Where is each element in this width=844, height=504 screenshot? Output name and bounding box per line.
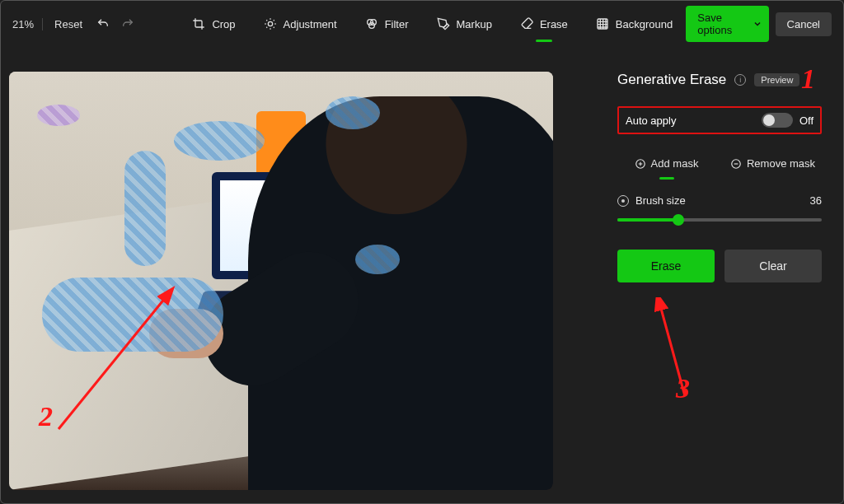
save-options-button[interactable]: Save options — [686, 6, 768, 42]
filter-icon — [365, 17, 378, 30]
clear-button[interactable]: Clear — [724, 250, 822, 282]
plus-circle-icon — [635, 158, 646, 170]
mask-stroke — [174, 121, 265, 161]
add-mask-tab[interactable]: Add mask — [617, 149, 715, 178]
redo-button[interactable] — [119, 12, 137, 35]
chevron-down-icon — [753, 19, 762, 29]
reset-button[interactable]: Reset — [49, 18, 87, 30]
minus-circle-icon — [730, 158, 742, 170]
info-icon[interactable]: i — [734, 74, 746, 86]
tool-adjustment[interactable]: Adjustment — [264, 17, 337, 30]
cancel-button[interactable]: Cancel — [776, 12, 832, 36]
tool-markup-label: Markup — [457, 18, 492, 30]
tool-filter[interactable]: Filter — [365, 17, 409, 30]
tool-erase[interactable]: Erase — [520, 17, 568, 30]
crop-icon — [192, 17, 205, 30]
tool-adjustment-label: Adjustment — [284, 18, 337, 30]
editor-toolbar: 21% Reset Crop Adjustment Filter Markup … — [1, 1, 843, 47]
tool-markup[interactable]: Markup — [437, 17, 492, 30]
tool-background-label: Background — [616, 18, 673, 30]
undo-button[interactable] — [94, 12, 112, 35]
mask-stroke — [355, 245, 400, 274]
background-icon — [596, 17, 609, 30]
svg-point-0 — [268, 21, 272, 26]
auto-apply-row: Auto apply Off — [617, 106, 822, 134]
adjustment-icon — [264, 17, 277, 30]
canvas-area — [1, 47, 596, 504]
remove-mask-label: Remove mask — [747, 157, 815, 170]
add-mask-label: Add mask — [651, 157, 699, 170]
brush-size-value: 36 — [810, 194, 822, 207]
svg-point-3 — [368, 23, 374, 29]
tool-tabs: Crop Adjustment Filter Markup Erase Back… — [192, 17, 673, 30]
brush-size-icon — [617, 195, 629, 207]
image-canvas[interactable] — [9, 72, 553, 490]
preview-badge: Preview — [754, 73, 799, 86]
erase-button[interactable]: Erase — [617, 250, 715, 282]
mask-stroke — [42, 278, 223, 352]
zoom-level[interactable]: 21% — [12, 18, 43, 30]
auto-apply-toggle[interactable] — [762, 113, 793, 128]
mask-stroke — [124, 151, 166, 266]
save-options-label: Save options — [697, 12, 745, 36]
markup-icon — [437, 17, 450, 30]
erase-icon — [520, 17, 533, 30]
mask-stroke — [37, 105, 80, 126]
auto-apply-label: Auto apply — [626, 114, 676, 127]
tool-background[interactable]: Background — [596, 17, 673, 30]
remove-mask-tab[interactable]: Remove mask — [724, 149, 822, 178]
panel-title: Generative Erase — [617, 72, 726, 88]
tool-erase-label: Erase — [540, 18, 568, 30]
brush-size-label: Brush size — [635, 194, 686, 207]
tool-crop[interactable]: Crop — [192, 17, 235, 30]
tool-crop-label: Crop — [212, 18, 235, 30]
tool-filter-label: Filter — [385, 18, 409, 30]
mask-stroke — [326, 96, 380, 129]
undo-icon — [96, 17, 110, 30]
auto-apply-state: Off — [799, 114, 814, 127]
redo-icon — [121, 17, 134, 30]
erase-panel: Generative Erase i Preview Auto apply Of… — [596, 47, 843, 504]
brush-size-slider[interactable] — [617, 218, 822, 222]
